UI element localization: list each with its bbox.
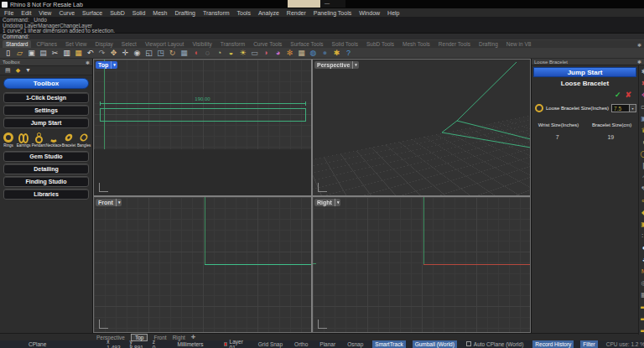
lock-icon[interactable]: ◆ xyxy=(16,66,20,75)
trophy-icon[interactable]: ♛ xyxy=(639,126,644,135)
record-history-toggle[interactable]: Record History xyxy=(532,340,574,348)
toolbox-gear-icon[interactable]: ✱ xyxy=(86,60,90,65)
jump-start-button[interactable]: Jump Start xyxy=(3,117,89,128)
viewport-perspective-label[interactable]: Perspective ▾ xyxy=(314,61,359,69)
chevron-down-icon[interactable]: ▾ xyxy=(335,199,340,206)
blob-tool-icon[interactable]: ◕ xyxy=(639,255,644,264)
bezel-tool-icon[interactable]: ▣ xyxy=(639,220,644,229)
cancel-icon[interactable]: ✘ xyxy=(626,91,632,99)
hide-objects-icon[interactable]: ◒ xyxy=(226,48,236,58)
settings-button[interactable]: Settings xyxy=(3,105,89,116)
chevron-down-icon[interactable]: ▾ xyxy=(116,199,122,206)
monitor-icon[interactable]: ▣ xyxy=(639,114,644,123)
panel-gear-icon[interactable]: ✱ xyxy=(639,67,644,76)
wireframe-view-icon[interactable]: ◌ xyxy=(202,48,213,58)
menu-render[interactable]: Render xyxy=(287,10,306,16)
tab-viewport-layout[interactable]: Viewport Layout xyxy=(142,40,188,48)
set-view-icon[interactable]: ◔ xyxy=(214,48,225,58)
cut-icon[interactable]: ✂ xyxy=(49,48,60,58)
rotate-view-icon[interactable]: ↻ xyxy=(167,48,178,58)
menu-subd[interactable]: SubD xyxy=(110,10,125,16)
menu-solid[interactable]: Solid xyxy=(132,10,146,16)
paste-icon[interactable]: ▦ xyxy=(73,48,84,58)
tab-display[interactable]: Display xyxy=(92,40,117,48)
finding-studio-button[interactable]: Finding Studio xyxy=(3,176,89,187)
tab-surface-tools[interactable]: Surface Tools xyxy=(287,40,326,48)
bracelet-size-dropdown[interactable]: 7.5 ▾ xyxy=(611,104,636,112)
tab-mesh-tools[interactable]: Mesh Tools xyxy=(399,40,434,48)
viewport-right-label[interactable]: Right ▾ xyxy=(314,199,340,206)
tab-solid-tools[interactable]: Solid Tools xyxy=(329,40,361,48)
tab-new-in-v8[interactable]: New in V8 xyxy=(503,40,535,48)
zoom-extents-icon[interactable]: ◳ xyxy=(155,48,166,58)
material-icon[interactable]: ✻ xyxy=(284,48,295,58)
letter-m-tool-icon[interactable]: M xyxy=(639,267,644,276)
redo-icon[interactable]: ↷ xyxy=(96,48,107,58)
pause-icon[interactable]: ∥ xyxy=(639,161,644,170)
chain-tool-icon[interactable]: ∞ xyxy=(639,196,644,205)
bracelet-panel-titlebar[interactable]: Loose Bracelet ✱ xyxy=(532,59,644,65)
viewport-front[interactable]: Front ▾ xyxy=(94,197,311,333)
menu-analyze[interactable]: Analyze xyxy=(258,10,279,16)
open-file-icon[interactable]: ▱ xyxy=(14,48,25,58)
menu-window[interactable]: Window xyxy=(359,10,380,16)
save-icon[interactable]: ▣ xyxy=(26,48,37,58)
bracelet-size-value[interactable]: 7.5 xyxy=(611,104,630,112)
display-mode-icon[interactable]: ▭ xyxy=(639,102,644,112)
dropdown-arrow-icon[interactable]: ▾ xyxy=(630,104,636,112)
viewport-top[interactable]: 190.00 Top ▾ xyxy=(94,60,311,195)
pan-icon[interactable]: ✥ xyxy=(108,48,119,58)
osnap-toggle[interactable]: Osnap xyxy=(345,340,366,348)
command-prompt[interactable]: Command: xyxy=(0,34,644,40)
ortho-toggle[interactable]: Ortho xyxy=(292,340,310,348)
auto-cplane-toggle[interactable]: Auto CPlane (World) xyxy=(464,340,527,348)
tab-render-tools[interactable]: Render Tools xyxy=(435,40,474,48)
lights-icon[interactable]: ☀ xyxy=(237,48,248,58)
zoom-window-icon[interactable]: ◱ xyxy=(143,48,154,58)
pen-tool-icon[interactable]: ✎ xyxy=(639,184,644,194)
menu-mesh[interactable]: Mesh xyxy=(153,10,167,16)
viewport-tab-right[interactable]: Right xyxy=(173,335,185,340)
filter-icon[interactable]: ▼ xyxy=(25,66,31,75)
tab-select[interactable]: Select xyxy=(118,40,140,48)
tab-set-view[interactable]: Set View xyxy=(62,40,91,48)
render-icon[interactable]: ◗ xyxy=(261,48,272,58)
undo-icon[interactable]: ↶ xyxy=(85,48,96,58)
tab-curve-tools[interactable]: Curve Tools xyxy=(250,40,285,48)
jewelry-earrings-button[interactable]: Earrings xyxy=(17,132,30,148)
gold-ingot-icon-2[interactable]: ▬ xyxy=(639,314,644,323)
jewelry-rings-button[interactable]: Rings xyxy=(2,132,15,148)
tab-visibility[interactable]: Visibility xyxy=(189,40,215,48)
dock-panel-icon[interactable]: ▤ xyxy=(5,66,11,75)
move-icon[interactable]: ✛ xyxy=(120,48,131,58)
one-click-design-button[interactable]: 1-Click Design xyxy=(3,92,89,103)
filter-toggle[interactable]: Filter xyxy=(580,340,597,348)
tab-drafting[interactable]: Drafting xyxy=(475,40,501,48)
sphere-icon[interactable]: ● xyxy=(319,48,330,58)
selected-bracelet-outline[interactable] xyxy=(100,108,306,122)
gumball-toggle[interactable]: Gumball (World) xyxy=(413,340,457,348)
tab-transform[interactable]: Transform xyxy=(217,40,248,48)
circle-tool-icon[interactable]: ◎ xyxy=(639,278,644,288)
smarttrack-toggle[interactable]: SmartTrack xyxy=(372,340,405,348)
toolbar-gear-icon[interactable]: ✱ xyxy=(637,42,641,48)
menu-view[interactable]: View xyxy=(39,10,51,16)
selected-curve-line[interactable] xyxy=(205,264,311,265)
grid-snap-toggle[interactable]: Grid Snap xyxy=(256,340,285,348)
tab-standard[interactable]: Standard xyxy=(3,40,31,48)
jewelry-bracelet-button[interactable]: Bracelet xyxy=(62,132,75,148)
bracelet-size-icon[interactable] xyxy=(535,104,543,112)
menu-paneling-tools[interactable]: Paneling Tools xyxy=(314,10,351,16)
viewport-layout-icon[interactable]: ▦ xyxy=(179,48,190,58)
help-icon[interactable]: ? xyxy=(343,48,354,58)
units-selector[interactable]: Millimeters xyxy=(177,341,203,347)
grid-options-icon[interactable]: ▦ xyxy=(296,48,307,58)
ring-tool-icon[interactable]: ◯ xyxy=(639,149,644,158)
delete-icon[interactable]: ✖ xyxy=(639,79,644,88)
viewport-tab-front[interactable]: Front xyxy=(153,335,166,340)
viewport-right[interactable]: Right ▾ xyxy=(313,197,530,333)
pearl-tool-icon[interactable]: ● xyxy=(639,243,644,252)
shaded-view-icon[interactable]: ◖ xyxy=(190,48,201,58)
gem-tool-icon[interactable]: ◆ xyxy=(639,208,644,217)
tab-cplanes[interactable]: CPlanes xyxy=(33,40,60,48)
